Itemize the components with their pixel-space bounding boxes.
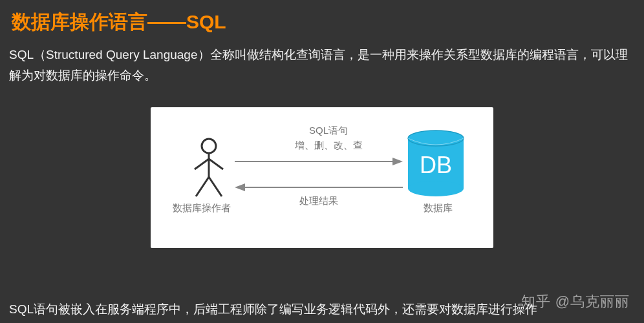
database-icon: DB xyxy=(407,129,465,197)
intro-paragraph: SQL（Structured Query Language）全称叫做结构化查询语… xyxy=(0,42,644,87)
svg-line-5 xyxy=(209,177,222,196)
sql-line2: 增、删、改、查 xyxy=(274,138,383,152)
svg-text:DB: DB xyxy=(420,152,452,178)
page-title: 数据库操作语言——SQL xyxy=(0,0,644,42)
svg-line-4 xyxy=(196,177,209,196)
svg-line-3 xyxy=(209,159,223,169)
bottom-paragraph: SQL语句被嵌入在服务端程序中，后端工程师除了编写业务逻辑代码外，还需要对数据库… xyxy=(9,301,537,318)
person-icon xyxy=(189,137,228,198)
watermark: 知乎 @乌克丽丽 xyxy=(521,292,630,311)
sql-line1: SQL语句 xyxy=(274,123,383,138)
diagram-container: 数据库操作者 SQL语句 增、删、改、查 处理结果 xyxy=(0,107,644,248)
sql-diagram: 数据库操作者 SQL语句 增、删、改、查 处理结果 xyxy=(151,107,493,248)
arrow-left-icon xyxy=(235,182,403,193)
svg-marker-9 xyxy=(235,183,245,191)
database-label: 数据库 xyxy=(424,202,453,214)
svg-point-0 xyxy=(202,139,216,153)
svg-line-2 xyxy=(195,159,209,169)
operator-label: 数据库操作者 xyxy=(173,202,231,214)
svg-marker-7 xyxy=(392,158,403,165)
arrow-right-icon xyxy=(235,156,403,167)
sql-statement-label: SQL语句 增、删、改、查 xyxy=(274,123,383,153)
svg-point-12 xyxy=(408,181,464,196)
result-label: 处理结果 xyxy=(299,195,338,207)
